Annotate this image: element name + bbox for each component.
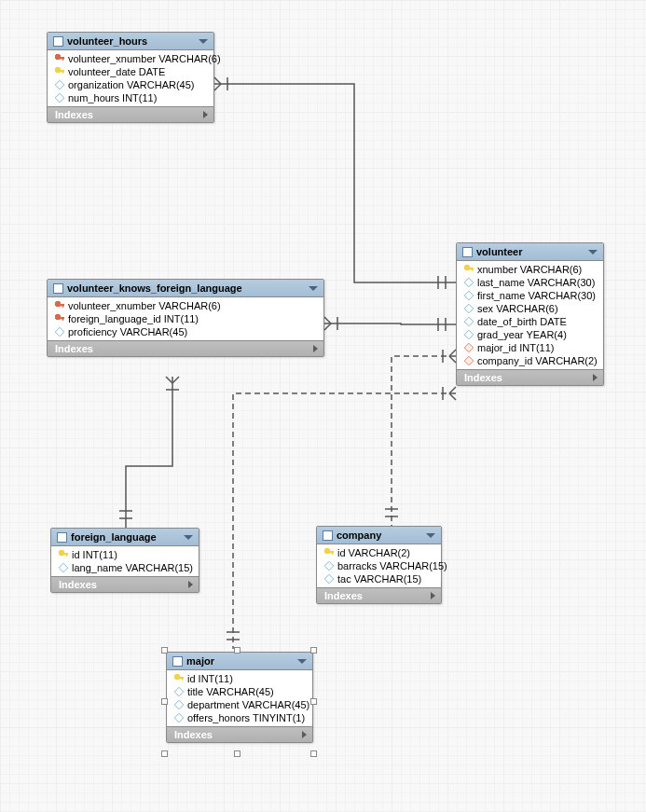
chevron-down-icon [588,250,598,255]
column-label: offers_honors TINYINT(1) [187,712,305,723]
svg-line-1 [214,84,221,90]
table-header[interactable]: volunteer_hours [48,33,213,50]
column-list: xnumber VARCHAR(6) last_name VARCHAR(30)… [457,261,603,369]
indexes-label: Indexes [174,729,213,740]
column-row[interactable]: foreign_language_id INT(11) [48,312,323,325]
column-label: volunteer_xnumber VARCHAR(6) [68,53,221,64]
chevron-right-icon [203,111,208,118]
column-row[interactable]: volunteer_xnumber VARCHAR(6) [48,52,213,65]
indexes-section[interactable]: Indexes [48,106,213,122]
attr-icon [324,574,335,585]
resize-handle[interactable] [161,647,168,654]
column-row[interactable]: id INT(11) [51,548,199,561]
column-row[interactable]: proficiency VARCHAR(45) [48,325,323,338]
column-row[interactable]: department VARCHAR(45) [167,698,312,711]
table-icon [462,247,473,257]
indexes-section[interactable]: Indexes [167,726,312,742]
column-row[interactable]: num_hours INT(11) [48,91,213,104]
attr-icon [55,80,65,90]
indexes-section[interactable]: Indexes [317,587,441,603]
column-row[interactable]: tac VARCHAR(15) [317,572,441,585]
resize-handle[interactable] [161,750,168,757]
indexes-label: Indexes [55,109,93,120]
column-row[interactable]: sex VARCHAR(6) [457,302,603,315]
table-volunteer[interactable]: volunteer xnumber VARCHAR(6) last_name V… [456,242,604,386]
table-volunteer-hours[interactable]: volunteer_hours volunteer_xnumber VARCHA… [47,32,214,123]
column-label: organization VARCHAR(45) [68,79,195,90]
table-foreign-language[interactable]: foreign_language id INT(11) lang_name VA… [50,528,199,593]
table-icon [172,656,183,667]
column-label: num_hours INT(11) [68,92,157,103]
column-row[interactable]: id VARCHAR(2) [317,546,441,559]
column-label: last_name VARCHAR(30) [477,277,595,288]
column-row[interactable]: first_name VARCHAR(30) [457,289,603,302]
chevron-right-icon [313,345,318,352]
attr-icon [464,304,474,314]
pk-key-icon [464,265,474,274]
resize-handle[interactable] [310,698,317,705]
column-row[interactable]: date_of_birth DATE [457,315,603,328]
table-company[interactable]: company id VARCHAR(2) barracks VARCHAR(1… [316,526,442,604]
table-header[interactable]: company [317,527,441,544]
table-header[interactable]: volunteer [457,243,603,261]
column-label: title VARCHAR(45) [187,686,274,697]
column-row[interactable]: volunteer_xnumber VARCHAR(6) [48,299,323,312]
indexes-section[interactable]: Indexes [51,576,199,592]
indexes-section[interactable]: Indexes [48,340,323,356]
column-row[interactable]: organization VARCHAR(45) [48,78,213,91]
indexes-section[interactable]: Indexes [457,369,603,385]
svg-line-15 [449,350,456,356]
indexes-label: Indexes [464,372,502,383]
column-row[interactable]: barracks VARCHAR(15) [317,559,441,572]
column-list: volunteer_xnumber VARCHAR(6) volunteer_d… [48,50,213,106]
resize-handle[interactable] [234,750,241,757]
column-row[interactable]: offers_honors TINYINT(1) [167,711,312,724]
column-label: first_name VARCHAR(30) [477,290,596,301]
svg-line-5 [324,317,331,323]
column-row[interactable]: id INT(11) [167,672,312,685]
column-label: barracks VARCHAR(15) [337,560,447,571]
table-icon [57,532,67,543]
svg-line-20 [449,387,456,393]
attr-icon [464,291,474,301]
table-major[interactable]: major id INT(11) title VARCHAR(45) depar… [166,652,313,743]
column-row[interactable]: title VARCHAR(45) [167,685,312,698]
column-row[interactable]: company_id VARCHAR(2) [457,354,603,367]
column-label: volunteer_date DATE [68,66,165,77]
column-label: foreign_language_id INT(11) [68,313,199,324]
pk-key-icon [324,548,334,557]
column-list: id INT(11) lang_name VARCHAR(15) [51,546,199,576]
column-row[interactable]: last_name VARCHAR(30) [457,276,603,289]
indexes-label: Indexes [324,590,363,601]
resize-handle[interactable] [310,647,317,654]
chevron-down-icon [184,535,193,540]
column-row[interactable]: grad_year YEAR(4) [457,328,603,341]
column-row[interactable]: lang_name VARCHAR(15) [51,561,199,574]
table-icon [53,283,63,294]
chevron-down-icon [309,286,318,291]
column-label: xnumber VARCHAR(6) [477,264,582,275]
column-row[interactable]: xnumber VARCHAR(6) [457,263,603,276]
chevron-right-icon [188,581,193,588]
attr-icon [324,561,335,571]
table-vkfl[interactable]: volunteer_knows_foreign_language volunte… [47,279,324,357]
chevron-down-icon [199,39,208,44]
column-label: proficiency VARCHAR(45) [68,326,187,337]
column-label: company_id VARCHAR(2) [477,355,598,366]
attr-icon [464,278,474,288]
column-label: id VARCHAR(2) [337,547,410,558]
table-header[interactable]: volunteer_knows_foreign_language [48,280,323,297]
svg-line-0 [214,77,221,84]
column-row[interactable]: volunteer_date DATE [48,65,213,78]
attr-icon [174,713,185,723]
resize-handle[interactable] [234,647,241,654]
attr-icon [174,687,185,697]
chevron-down-icon [426,533,435,538]
attr-icon [59,563,69,573]
resize-handle[interactable] [161,698,168,705]
chevron-right-icon [302,731,307,738]
table-header[interactable]: major [167,653,312,670]
resize-handle[interactable] [310,750,317,757]
column-row[interactable]: major_id INT(11) [457,341,603,354]
table-header[interactable]: foreign_language [51,529,199,546]
